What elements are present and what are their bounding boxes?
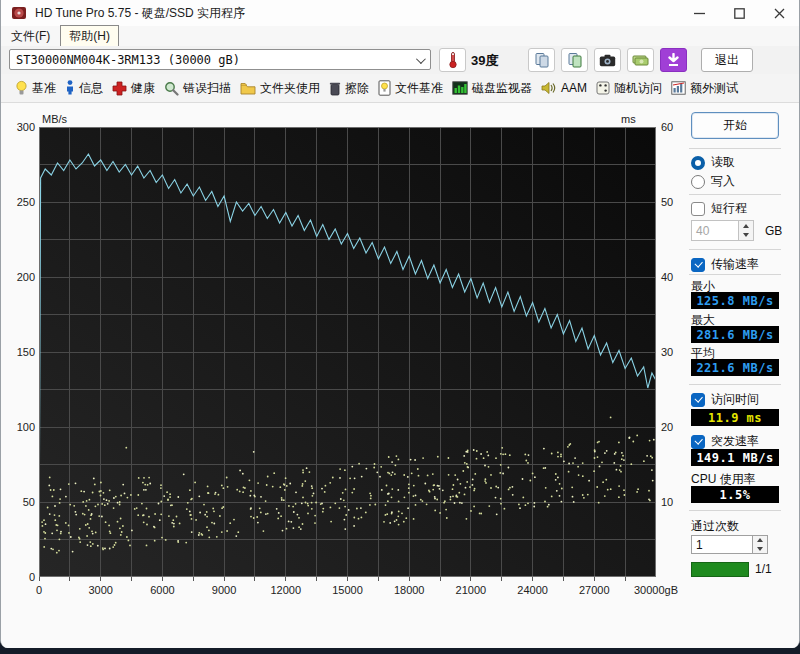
access-time-checkbox[interactable] bbox=[691, 393, 705, 407]
gb-unit-label: GB bbox=[765, 224, 782, 238]
maximize-icon bbox=[734, 8, 745, 19]
avg-value: 221.6 MB/s bbox=[691, 359, 779, 376]
transfer-rate-row[interactable]: 传输速率 bbox=[691, 256, 759, 273]
tab-label: 文件夹使用 bbox=[260, 80, 320, 97]
tab-label: 擦除 bbox=[345, 80, 369, 97]
tab-label: 随机访问 bbox=[614, 80, 662, 97]
axis-tick-label: 20 bbox=[661, 421, 673, 433]
stepper-down-button[interactable] bbox=[739, 231, 753, 241]
read-radio-row[interactable]: 读取 bbox=[691, 154, 735, 171]
axis-tick-label: 40 bbox=[661, 271, 673, 283]
transfer-rate-checkbox[interactable] bbox=[691, 258, 705, 272]
stepper-up-button[interactable] bbox=[753, 536, 767, 545]
axis-tick-label: 9000 bbox=[212, 584, 236, 596]
download-button[interactable] bbox=[660, 48, 687, 72]
short-stroke-size-stepper[interactable]: 40 bbox=[691, 220, 754, 241]
start-button[interactable]: 开始 bbox=[691, 112, 779, 139]
axis-tick-label: 10 bbox=[661, 496, 673, 508]
menu-bar: 文件(F) 帮助(H) bbox=[1, 26, 799, 46]
separator bbox=[689, 194, 781, 195]
magnifier-icon bbox=[164, 81, 179, 96]
stepper-down-button[interactable] bbox=[753, 545, 767, 554]
separator bbox=[689, 274, 781, 275]
maximize-button[interactable] bbox=[719, 0, 759, 26]
tab-random-access[interactable]: 随机访问 bbox=[596, 80, 662, 97]
donate-button[interactable] bbox=[627, 48, 654, 72]
tab-error-scan[interactable]: 错误扫描 bbox=[164, 80, 231, 97]
tab-aam[interactable]: AAM bbox=[541, 81, 587, 95]
drive-select-value: ST30000NM004K-3RM133 (30000 gB) bbox=[16, 53, 240, 67]
axis-tick-label: 0 bbox=[36, 584, 42, 596]
write-radio[interactable] bbox=[691, 175, 705, 189]
money-icon bbox=[632, 54, 649, 67]
short-stroke-row[interactable]: 短行程 bbox=[691, 200, 747, 217]
copy-text-button[interactable] bbox=[561, 48, 588, 72]
menu-help[interactable]: 帮助(H) bbox=[60, 25, 119, 48]
exit-button-label: 退出 bbox=[715, 52, 739, 69]
close-button[interactable] bbox=[759, 0, 799, 26]
tab-label: 信息 bbox=[79, 80, 103, 97]
download-arrow-icon bbox=[667, 53, 680, 67]
minimize-icon bbox=[694, 8, 705, 19]
copy-screenshot-button[interactable] bbox=[528, 48, 555, 72]
tab-extra-tests[interactable]: 额外测试 bbox=[671, 80, 738, 97]
axis-tick-label: 18000 bbox=[394, 584, 425, 596]
axis-tick-label: 24000 bbox=[517, 584, 548, 596]
exit-button[interactable]: 退出 bbox=[701, 48, 753, 72]
tab-label: 额外测试 bbox=[690, 80, 738, 97]
max-value: 281.6 MB/s bbox=[691, 326, 779, 343]
tab-erase[interactable]: 擦除 bbox=[329, 80, 369, 97]
menu-file[interactable]: 文件(F) bbox=[3, 26, 58, 47]
burst-rate-checkbox[interactable] bbox=[691, 435, 705, 449]
x-axis-ticks bbox=[39, 577, 656, 581]
screenshot-button[interactable] bbox=[594, 48, 621, 72]
benchmark-bulb-icon bbox=[15, 80, 28, 96]
chart-plot bbox=[39, 127, 656, 583]
tab-label: 健康 bbox=[131, 80, 155, 97]
tab-folder-usage[interactable]: 文件夹使用 bbox=[240, 80, 320, 97]
axis-tick-label: 250 bbox=[3, 196, 35, 208]
benchmark-chart: MB/sms3002502001501005006050403020100300… bbox=[1, 103, 687, 648]
axis-tick-label: 100 bbox=[3, 421, 35, 433]
info-icon bbox=[65, 80, 75, 96]
tab-label: 文件基准 bbox=[395, 80, 443, 97]
min-value: 125.8 MB/s bbox=[691, 292, 779, 309]
read-radio-label: 读取 bbox=[711, 154, 735, 171]
write-radio-label: 写入 bbox=[711, 173, 735, 190]
separator bbox=[689, 510, 781, 511]
axis-tick-label: 60 bbox=[661, 121, 673, 133]
tab-info[interactable]: 信息 bbox=[65, 80, 103, 97]
access-time-row[interactable]: 访问时间 bbox=[691, 391, 759, 408]
pass-count-value: 1 bbox=[696, 538, 703, 552]
tab-benchmark[interactable]: 基准 bbox=[15, 80, 56, 97]
minimize-button[interactable] bbox=[679, 0, 719, 26]
write-radio-row[interactable]: 写入 bbox=[691, 173, 735, 190]
axis-tick-label: 50 bbox=[661, 196, 673, 208]
short-stroke-checkbox[interactable] bbox=[691, 202, 705, 216]
file-benchmark-icon bbox=[378, 80, 391, 96]
speaker-icon bbox=[541, 81, 557, 95]
pass-count-stepper[interactable]: 1 bbox=[691, 535, 768, 554]
dice-icon bbox=[596, 81, 610, 95]
tab-health[interactable]: 健康 bbox=[112, 80, 155, 97]
axis-unit-label: MB/s bbox=[42, 113, 67, 125]
health-cross-icon bbox=[112, 81, 127, 96]
short-stroke-label: 短行程 bbox=[711, 200, 747, 217]
temperature-button[interactable] bbox=[439, 48, 466, 72]
tab-bar: 基准 信息 健康 错误扫描 文件夹 bbox=[1, 74, 799, 103]
short-stroke-size-value: 40 bbox=[696, 224, 709, 238]
read-radio[interactable] bbox=[691, 156, 705, 170]
copy-text-icon bbox=[567, 52, 583, 68]
stepper-up-button[interactable] bbox=[739, 221, 753, 231]
access-time-value: 11.9 ms bbox=[691, 409, 779, 426]
axis-tick-label: 300 bbox=[3, 121, 35, 133]
drive-select[interactable]: ST30000NM004K-3RM133 (30000 gB) bbox=[9, 49, 431, 70]
tab-label: 磁盘监视器 bbox=[472, 80, 532, 97]
thermometer-icon bbox=[446, 51, 460, 69]
progress-label: 1/1 bbox=[755, 562, 772, 576]
tab-disk-monitor[interactable]: 磁盘监视器 bbox=[452, 80, 532, 97]
main-content: MB/sms3002502001501005006050403020100300… bbox=[1, 103, 799, 648]
tab-file-benchmark[interactable]: 文件基准 bbox=[378, 80, 443, 97]
axis-tick-label: 12000 bbox=[271, 584, 302, 596]
burst-rate-row[interactable]: 突发速率 bbox=[691, 433, 759, 450]
